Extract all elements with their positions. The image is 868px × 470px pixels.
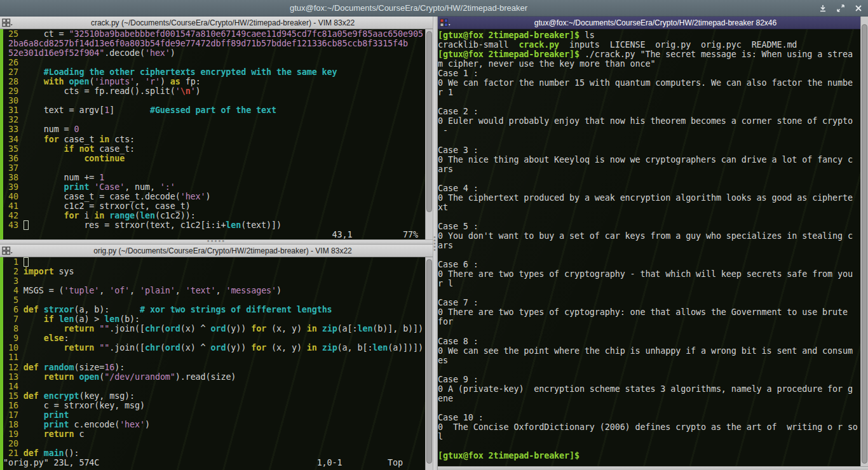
vim-row: 4 MSGS = ('tuple', 'of', 'plain', 'text'… [3, 286, 425, 295]
terminal-row [438, 365, 860, 375]
vim-row: 27 #Loading the other ciphertexts encryp… [3, 67, 425, 77]
terminal-row: ars [438, 164, 860, 174]
shell-pane-titlebar[interactable]: gtux@fox:~/Documents/CourseEra/Crypto/HW… [438, 17, 860, 29]
terminal-row: Case 2 : [438, 107, 860, 116]
vim-cursor [24, 257, 29, 267]
vim-row: 40 case_t = case_t.decode('hex') [3, 192, 425, 201]
vim-row: 41 c1c2 = strxor(ct, case_t) [3, 201, 425, 211]
vim-row: 14 [3, 382, 425, 391]
orig-scrollbar[interactable] [425, 257, 433, 470]
vim-row: 34 for case_t in cts: [3, 135, 425, 144]
vim-cursor [24, 220, 29, 230]
vertical-splitter[interactable]: ••••• [433, 17, 438, 470]
vim-row: 2ba6a8cd8257bf14d13e6f0a803b54fde9e77472… [3, 39, 425, 48]
terminal-row [438, 136, 860, 145]
vim-row: 32 [3, 115, 425, 124]
terminal-row: Case 10 : [438, 413, 860, 422]
vim-row: 19 return c [3, 429, 425, 439]
terminal-row [438, 250, 860, 260]
window-resize-border[interactable] [438, 466, 868, 470]
minimize-icon[interactable] [818, 4, 827, 13]
terminal-row [438, 403, 860, 413]
vim-row: 30 [3, 96, 425, 105]
vim-row: 17 print [3, 410, 425, 420]
orig-buffer[interactable]: 1 2 import sys 3 4 MSGS = ('tuple', 'of'… [3, 257, 425, 470]
vim-row: 1 [3, 257, 425, 267]
maximize-icon[interactable] [836, 4, 845, 13]
vim-row: 18 print c.encode('hex') [3, 420, 425, 429]
crack-pane-titlebar[interactable]: crack.py (~/Documents/CourseEra/Crypto/H… [0, 17, 433, 29]
terminal-row: 0 There are two types of cryptography - … [438, 269, 860, 279]
crack-scrollbar-thumb[interactable] [426, 31, 432, 212]
splitter-handle-dots: ••••• [432, 236, 437, 252]
crack-scrollbar[interactable] [425, 29, 433, 239]
terminal-row: 0 There are two types of cyptography: on… [438, 307, 860, 317]
terminator-group-icon[interactable] [2, 246, 15, 255]
terminal-row [438, 288, 860, 298]
vim-row: 37 [3, 163, 425, 173]
terminal-row: for [438, 317, 860, 326]
vim-row: 36 continue [3, 154, 425, 163]
terminal-row: r l [438, 279, 860, 288]
terminal-row: [gtux@fox 2timepad-breaker]$ [438, 451, 860, 460]
terminal-row: Case 4 : [438, 184, 860, 193]
terminal-row: Case 7 : [438, 298, 860, 307]
terminal-row: xt [438, 203, 860, 212]
vim-row: 9 else: [3, 333, 425, 343]
terminal-row: Case 6 : [438, 260, 860, 269]
terminal-row: [gtux@fox 2timepad-breaker]$ ./crack.py … [438, 50, 860, 59]
terminal-row: 0 Euler would probably enjoy that now hi… [438, 116, 860, 126]
vim-row: 25 ct = "32510ba9babebbbefd001547a810e67… [3, 29, 425, 39]
terminal-row: 0 The ciphertext produced by a weak encr… [438, 193, 860, 203]
terminal-row [438, 174, 860, 184]
vim-row: 16 c = strxor(key, msg) [3, 401, 425, 410]
terminal-row: Case 9 : [438, 375, 860, 384]
vim-row: 28 with open('inputs', 'r') as fp: [3, 77, 425, 86]
vim-row: 10 return "".join([chr(ord(x) ^ ord(y)) … [3, 343, 425, 352]
horizontal-splitter[interactable]: ••••• [0, 239, 433, 245]
vim-row: 42 for i in range(len(c1c2)): [3, 211, 425, 220]
terminator-group-icon[interactable] [440, 18, 452, 27]
window-title: gtux@fox:~/Documents/CourseEra/Crypto/HW… [0, 0, 817, 17]
terminal-row: m cipher, never use the key more than on… [438, 59, 860, 69]
terminal-row [438, 97, 860, 107]
orig-scrollbar-thumb[interactable] [426, 259, 432, 464]
close-icon[interactable] [854, 4, 863, 13]
vim-row: 20 [3, 439, 425, 448]
splitter-handle-dots: ••••• [207, 237, 226, 245]
terminal-row: 0 The nice thing about Keeyloq is now we… [438, 155, 860, 164]
vim-row: 7 if len(a) > len(b): [3, 314, 425, 324]
vim-row: 21 def main(): [3, 448, 425, 458]
crack-buffer[interactable]: 25 ct = "32510ba9babebbbefd001547a810e67… [3, 29, 425, 239]
vim-row: 43 res = strxor(text, c1c2[i:i+len(text)… [3, 220, 425, 230]
vim-row: 3 [3, 276, 425, 286]
orig-pane-titlebar[interactable]: orig.py (~/Documents/CourseEra/Crypto/HW… [0, 245, 433, 257]
terminal-row: 0 We can see the point where the chip is… [438, 346, 860, 356]
terminal-row: Case 1 : [438, 69, 860, 78]
vim-row: 31 text = argv[1] #Guessed part of the t… [3, 105, 425, 115]
terminal-row [438, 326, 860, 336]
terminal-row: 0 We can factor the number 15 with quant… [438, 78, 860, 88]
vim-row: 38 num += 1 [3, 173, 425, 182]
vim-row: 8 return "".join([chr(ord(x) ^ ord(y)) f… [3, 324, 425, 333]
shell-buffer[interactable]: [gtux@fox 2timepad-breaker]$ lscracklib-… [438, 29, 860, 467]
terminal-row: - [438, 126, 860, 135]
terminal-row: l [438, 432, 860, 441]
vim-row: 15 def encrypt(key, msg): [3, 391, 425, 401]
terminator-group-icon[interactable] [2, 18, 15, 27]
shell-scrollbar[interactable] [860, 17, 868, 466]
shell-scrollbar-thumb[interactable] [862, 24, 867, 464]
terminator-window: gtux@fox:~/Documents/CourseEra/Crypto/HW… [0, 0, 868, 470]
terminal-row: r 1 [438, 88, 860, 97]
window-controls [818, 0, 863, 17]
vim-row: 29 cts = fp.read().split('\n') [3, 86, 425, 96]
vim-row: 39 print 'Case', num, ':' [3, 182, 425, 192]
vim-row: 6 def strxor(a, b): # xor two strings of… [3, 305, 425, 314]
terminal-row: Case 3 : [438, 145, 860, 155]
vim-row: 33 num = 0 [3, 124, 425, 134]
terminal-row: es [438, 356, 860, 365]
terminal-row: cracklib-small crack.py inputs LICENSE o… [438, 40, 860, 50]
vim-row: 13 return open("/dev/urandom").read(size… [3, 372, 425, 382]
vim-row: 2 import sys [3, 267, 425, 276]
window-titlebar[interactable]: gtux@fox:~/Documents/CourseEra/Crypto/HW… [0, 0, 868, 17]
